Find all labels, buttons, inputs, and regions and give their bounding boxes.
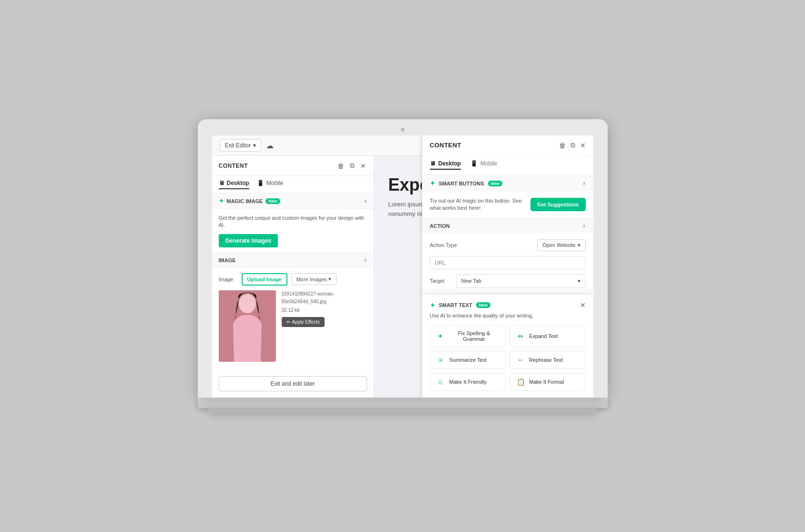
fix-spelling-icon: ✦ [436, 332, 445, 340]
upload-image-button[interactable]: Upload Image [242, 273, 287, 286]
fix-spelling-button[interactable]: ✦ Fix Spelling & Grammar [430, 325, 506, 347]
smart-text-title-row: ✦ SMART TEXT New [430, 302, 491, 309]
image-label: Image [219, 276, 238, 282]
laptop-screen: Exit Editor ▾ ☁ CONTENT 🗑 ⧉ [212, 135, 593, 398]
image-thumb-inner [219, 290, 276, 362]
smart-text-close-icon[interactable]: ✕ [580, 301, 586, 309]
target-row: Target New Tab ▾ [430, 274, 586, 288]
magic-image-section-header: ✦ MAGIC IMAGE New ∧ [212, 194, 374, 209]
action-chevron-icon: ∧ [582, 223, 586, 228]
left-tab-mobile[interactable]: 📱 Mobile [257, 180, 283, 189]
smart-text-title: SMART TEXT [439, 302, 472, 308]
smart-buttons-badge: New [488, 181, 503, 186]
magic-image-description: Get the perfect unique and custom images… [219, 215, 367, 229]
smart-buttons-star-icon: ✦ [430, 180, 435, 187]
action-section-header[interactable]: ACTION ∧ [422, 218, 593, 234]
smart-text-description: Use AI to enhance the quality of your wr… [430, 313, 586, 318]
laptop-bezel: Exit Editor ▾ ☁ CONTENT 🗑 ⧉ [198, 119, 608, 398]
wand-icon: ✏ [286, 319, 290, 325]
magic-image-badge: New [265, 198, 280, 204]
left-panel-copy-icon[interactable]: ⧉ [349, 161, 356, 171]
smart-buttons-title-row: ✦ SMART BUTTONS New [430, 180, 503, 187]
right-device-tabs: 🖥 Desktop 📱 Mobile [422, 155, 593, 175]
image-thumbnail [219, 290, 276, 362]
smart-buttons-header[interactable]: ✦ SMART BUTTONS New ∧ [422, 175, 593, 192]
friendly-icon: ☺ [436, 378, 446, 386]
generate-images-button[interactable]: Generate Images [219, 234, 278, 247]
get-suggestions-button[interactable]: Get Suggestions [530, 198, 585, 211]
right-tab-mobile[interactable]: 📱 Mobile [470, 160, 497, 170]
url-input[interactable] [430, 256, 586, 269]
smart-buttons-title: SMART BUTTONS [439, 181, 484, 186]
rephrase-text-button[interactable]: ↔ Rephrase Text [509, 351, 586, 369]
left-panel-title: CONTENT [219, 163, 248, 169]
right-panel: CONTENT 🗑 ⧉ ✕ 🖥 Desktop [422, 135, 593, 398]
image-section-chevron-icon[interactable]: ∧ [364, 257, 367, 263]
formal-icon: 📋 [516, 378, 525, 386]
screen-inner: Exit Editor ▾ ☁ CONTENT 🗑 ⧉ [212, 135, 593, 398]
woman-silhouette-svg [219, 290, 276, 362]
smart-text-star-icon: ✦ [430, 302, 435, 309]
magic-image-title: MAGIC IMAGE [227, 198, 263, 204]
left-panel: CONTENT 🗑 ⧉ ✕ 🖥 Desktop [212, 156, 374, 398]
left-panel-trash-icon[interactable]: 🗑 [336, 161, 345, 171]
exit-later-button[interactable]: Exit and edit later [219, 376, 367, 391]
image-section-title: IMAGE [219, 257, 236, 263]
left-device-tabs: 🖥 Desktop 📱 Mobile [212, 176, 374, 194]
left-panel-header-icons: 🗑 ⧉ ✕ [336, 161, 367, 171]
image-preview-row: 1591410894227-woman-55e0d2464d_640.jpg 3… [219, 290, 367, 362]
image-filename: 1591410894227-woman-55e0d2464d_640.jpg [282, 290, 367, 306]
magic-image-chevron-icon[interactable]: ∧ [364, 198, 367, 204]
action-body: Action Type Open Website ▾ Target [422, 234, 593, 294]
laptop-base [198, 398, 608, 408]
more-images-chevron-icon: ▾ [328, 276, 331, 282]
left-panel-scroll: ✦ MAGIC IMAGE New ∧ Get the perfect uniq… [212, 194, 374, 369]
summarize-icon: ≡ [436, 356, 446, 364]
laptop-foot [208, 408, 597, 413]
smart-text-overlay: ✦ SMART TEXT New ✕ Use AI to enhance the… [422, 294, 593, 398]
smart-buttons-body: Try out our AI magic on this button. See… [422, 192, 593, 218]
target-chevron-icon: ▾ [578, 278, 581, 284]
right-panel-trash-icon[interactable]: 🗑 [559, 142, 566, 149]
right-panel-icons: 🗑 ⧉ ✕ [559, 141, 586, 149]
expand-text-icon: ⇔ [516, 332, 525, 340]
svg-point-1 [239, 294, 256, 313]
action-type-chevron-icon: ▾ [578, 242, 581, 248]
image-metadata: 1591410894227-woman-55e0d2464d_640.jpg 3… [282, 290, 367, 327]
action-type-row: Action Type Open Website ▾ [430, 239, 586, 251]
summarize-text-button[interactable]: ≡ Summarize Text [430, 351, 506, 369]
apply-effects-button[interactable]: ✏ Apply Effects [282, 317, 325, 327]
right-panel-close-icon[interactable]: ✕ [580, 142, 586, 149]
right-mobile-icon: 📱 [470, 160, 478, 167]
smart-buttons-section: ✦ SMART BUTTONS New ∧ Try out our AI mag… [422, 175, 593, 218]
target-label: Target [430, 278, 451, 284]
target-select[interactable]: New Tab ▾ [456, 274, 586, 288]
magic-image-body: Get the perfect unique and custom images… [212, 209, 374, 253]
action-type-select[interactable]: Open Website ▾ [537, 239, 586, 251]
smart-text-header: ✦ SMART TEXT New ✕ [430, 301, 586, 309]
magic-image-title-row: ✦ MAGIC IMAGE New [219, 197, 280, 205]
desktop-icon: 🖥 [219, 180, 224, 186]
right-tab-desktop[interactable]: 🖥 Desktop [430, 160, 461, 170]
image-section-header: IMAGE ∧ [212, 253, 374, 267]
image-section-body: Image Upload Image More Images ▾ [212, 267, 374, 368]
smart-text-grid: ✦ Fix Spelling & Grammar ⇔ Expand Text ≡… [430, 325, 586, 391]
right-panel-copy-icon[interactable]: ⧉ [571, 141, 575, 149]
exit-editor-button[interactable]: Exit Editor ▾ [220, 139, 262, 152]
smart-buttons-chevron-icon: ∧ [582, 181, 586, 186]
magic-star-icon: ✦ [219, 197, 224, 205]
make-friendly-button[interactable]: ☺ Make It Friendly [430, 373, 506, 391]
more-images-button[interactable]: More Images ▾ [291, 273, 336, 285]
dropdown-arrow-icon: ▾ [253, 142, 256, 149]
expand-text-button[interactable]: ⇔ Expand Text [509, 325, 586, 347]
mobile-icon: 📱 [257, 180, 264, 186]
make-formal-button[interactable]: 📋 Make It Formal [509, 373, 586, 391]
left-panel-close-icon[interactable]: ✕ [359, 161, 367, 171]
action-type-label: Action Type [430, 242, 457, 248]
svg-rect-2 [234, 321, 261, 362]
left-tab-desktop[interactable]: 🖥 Desktop [219, 180, 249, 189]
smart-text-badge: New [476, 302, 491, 308]
exit-editor-label: Exit Editor [225, 142, 251, 149]
cloud-save-icon[interactable]: ☁ [266, 141, 274, 150]
rephrase-icon: ↔ [516, 356, 525, 364]
